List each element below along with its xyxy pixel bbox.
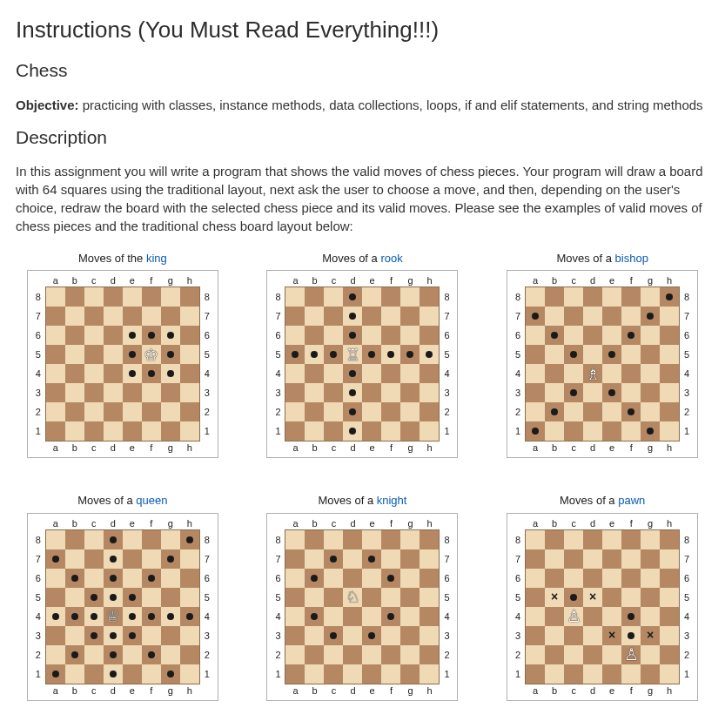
square-c3 [324,626,343,645]
piece-link-knight[interactable]: knight [377,494,407,507]
square-c8 [84,530,104,549]
square-a3 [285,383,305,402]
file-label: f [621,274,641,286]
square-f3 [621,383,641,402]
rank-label: 4 [680,607,694,626]
board-title: Moves of a knight [319,493,407,509]
square-c7 [84,549,104,569]
file-label: e [123,274,142,286]
square-g6 [161,569,180,588]
move-dot-icon [349,428,356,435]
move-dot-icon [349,293,356,300]
move-dot-icon [628,408,634,415]
square-f7 [621,307,641,326]
square-b8 [545,530,564,549]
file-label: h [180,442,199,454]
square-h4 [180,364,199,383]
move-dot-icon [387,613,394,620]
square-b5 [305,588,324,607]
piece-link-bishop[interactable]: bishop [615,252,648,265]
square-h3 [420,383,439,402]
piece-link-pawn[interactable]: pawn [618,494,645,507]
square-c1 [84,664,104,684]
square-g4 [400,607,420,626]
square-c3 [564,383,583,402]
square-f8 [621,530,641,549]
square-a6 [46,569,65,588]
rank-label: 1 [200,421,214,441]
square-g4 [400,364,420,383]
square-h2 [420,402,439,421]
square-a4 [526,364,545,383]
move-dot-icon [52,613,59,620]
board-body: 87654321♔87654321 [31,286,214,442]
file-label: b [305,517,324,529]
square-e1 [602,664,621,684]
square-e4 [362,607,381,626]
board-shell: abcdefgh87654321♕87654321abcdefgh [27,513,218,701]
file-label: g [641,684,660,697]
rank-label: 5 [680,345,694,364]
square-f5 [621,345,641,364]
rank-labels-left: 87654321 [31,287,45,441]
square-h2 [180,402,199,421]
rank-label: 7 [511,549,525,569]
square-f7 [142,549,161,569]
square-b3 [305,383,324,402]
chessboard: ♕ [45,529,200,684]
move-dot-icon [666,293,673,300]
file-label: e [123,517,142,529]
file-label: d [583,274,602,286]
square-b8 [545,287,564,307]
square-f2 [142,402,161,421]
square-c6 [324,569,343,588]
square-e2 [362,645,381,664]
square-e5 [362,588,381,607]
square-c2 [84,645,104,664]
square-d1 [343,664,362,684]
square-h6 [420,569,439,588]
square-b3 [305,626,324,645]
move-dot-icon [52,556,59,563]
piece-link-king[interactable]: king [146,252,167,265]
move-dot-icon [330,351,337,358]
square-f4 [381,364,400,383]
rank-label: 6 [511,326,525,345]
file-label: c [84,442,104,454]
square-b7 [65,549,84,569]
file-label: d [343,442,362,454]
square-f5: ♔ [142,345,161,364]
square-c8 [564,530,583,549]
square-f8 [142,530,161,549]
pawn-icon: ♙ [624,646,639,663]
rank-labels-right: 87654321 [680,530,694,684]
square-a2 [526,402,545,421]
square-h7 [180,549,199,569]
square-a7 [285,307,305,326]
move-dot-icon [608,351,615,358]
move-dot-icon [608,389,615,396]
square-b6 [545,569,564,588]
board-body: 87654321♗87654321 [511,286,694,442]
file-label: a [285,274,305,286]
rank-label: 6 [200,569,214,588]
rank-label: 7 [440,549,453,569]
square-g3 [641,383,660,402]
rank-label: 1 [680,664,694,684]
move-dot-icon [148,575,155,582]
rank-label: 2 [200,402,214,421]
file-label: g [400,274,420,286]
rank-label: 3 [200,383,214,402]
square-c8 [564,287,583,307]
square-e5 [123,345,142,364]
square-h3 [660,383,679,402]
piece-link-rook[interactable]: rook [380,252,402,265]
square-g2 [400,645,420,664]
file-labels: abcdefgh [512,442,693,454]
piece-link-queen[interactable]: queen [136,494,167,507]
square-e2 [362,402,381,421]
square-d4 [343,364,362,383]
square-f5 [381,345,400,364]
square-d7 [343,307,362,326]
square-a8 [285,287,305,307]
